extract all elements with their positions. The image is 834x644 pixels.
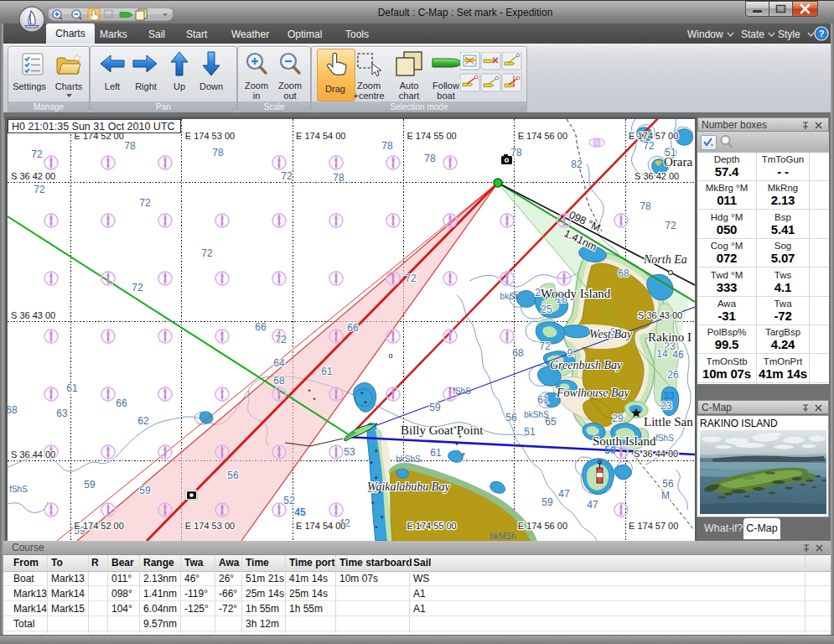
svg-text:33: 33 [663,390,675,402]
svg-text:bkMSh: bkMSh [490,532,515,541]
svg-text:o: o [388,351,392,360]
svg-text:E 174 55 00: E 174 55 00 [407,521,456,531]
svg-text:*: * [375,524,378,532]
svg-text:59: 59 [84,479,96,491]
svg-text:68: 68 [273,375,285,387]
svg-text:E 174 57 00: E 174 57 00 [629,131,678,141]
svg-text:H0 21:01:35 Sun 31 Oct 2010 UT: H0 21:01:35 Sun 31 Oct 2010 UTC [12,121,175,132]
svg-text:bkShS: bkShS [396,454,421,464]
svg-text:+: + [380,513,384,522]
svg-text:E 174 53 00: E 174 53 00 [185,131,235,141]
svg-text:68: 68 [512,347,524,359]
svg-text:66: 66 [255,321,267,333]
svg-text:56: 56 [662,478,674,490]
svg-text:53: 53 [344,446,355,458]
svg-text:9: 9 [567,347,573,359]
svg-text:bkShS: bkShS [524,410,549,419]
svg-text:45: 45 [294,506,306,518]
svg-text:fShS: fShS [453,387,471,396]
svg-text:52: 52 [283,495,295,506]
svg-text:E 174 54 00: E 174 54 00 [296,131,345,141]
svg-text:23: 23 [660,400,672,412]
svg-text:26: 26 [667,369,679,381]
svg-text:+: + [461,450,465,459]
svg-text:59: 59 [541,496,553,508]
svg-text:56: 56 [505,412,517,423]
svg-text:E 174 52 00: E 174 52 00 [75,521,124,531]
svg-text:S 36 44 00: S 36 44 00 [634,449,678,459]
svg-text:72: 72 [275,334,287,345]
svg-text:E 174 55 00: E 174 55 00 [407,131,456,141]
svg-text:47: 47 [587,499,598,511]
svg-text:62: 62 [137,415,149,427]
svg-text:fShS: fShS [9,485,28,494]
svg-text:59: 59 [139,485,151,496]
svg-text:*: * [364,399,367,408]
svg-text:South Island: South Island [593,434,656,448]
svg-text:Little San: Little San [644,415,693,428]
svg-text:+: + [458,433,462,441]
svg-text:72: 72 [139,197,151,209]
svg-text:*: * [453,424,457,433]
svg-text:bkSh: bkSh [500,292,520,301]
svg-text:*: * [378,489,381,497]
svg-text:E 174 57 00: E 174 57 00 [629,521,678,531]
svg-text:61: 61 [321,366,333,377]
svg-text:Greenbush Bay: Greenbush Bay [550,359,623,371]
svg-text:S 36 43 00: S 36 43 00 [638,310,682,320]
svg-text:E 174 54 00: E 174 54 00 [296,521,345,531]
svg-text:E 174 56 00: E 174 56 00 [518,521,567,531]
svg-text:M: M [661,490,670,501]
svg-text:78: 78 [124,140,136,152]
svg-text:Orara: Orara [664,155,692,169]
svg-text:Rakino I: Rakino I [648,330,692,344]
svg-text:78: 78 [640,200,651,212]
svg-text:72: 72 [405,273,417,284]
svg-text:61: 61 [66,382,78,394]
svg-text:47: 47 [558,488,570,500]
svg-text:E 174 53 00: E 174 53 00 [185,521,235,531]
svg-text:51: 51 [524,426,536,438]
svg-text:68: 68 [8,404,18,416]
svg-text:66: 66 [347,322,359,334]
svg-text:78: 78 [381,140,393,152]
svg-text:72: 72 [34,184,45,195]
svg-text:+: + [360,389,364,397]
svg-text:S 36 42 00: S 36 42 00 [11,171,55,181]
svg-text:+: + [374,474,378,482]
svg-text:*: * [308,387,311,396]
svg-text:72: 72 [643,140,655,152]
svg-text:56: 56 [227,470,239,481]
svg-text:14: 14 [656,348,668,360]
svg-text:Woody Island: Woody Island [541,287,611,300]
svg-text:Billy Goat Point: Billy Goat Point [401,423,484,437]
svg-text:46: 46 [672,349,684,361]
svg-text:+: + [374,447,378,455]
svg-text:72: 72 [281,170,293,182]
svg-text:82: 82 [571,158,583,170]
svg-text:72: 72 [31,148,43,160]
svg-text:72: 72 [132,282,143,293]
svg-text:?: ? [819,29,825,39]
svg-text:Fowlhouse Bay: Fowlhouse Bay [556,387,629,399]
svg-text:59: 59 [429,402,441,413]
svg-text:◦: ◦ [448,384,451,392]
svg-text:63: 63 [56,408,68,419]
svg-text:64: 64 [273,357,285,369]
svg-text:North Ea: North Ea [643,253,687,266]
svg-text:25: 25 [541,304,552,315]
svg-text:29: 29 [612,413,624,424]
svg-text:fShS: fShS [655,434,674,443]
svg-text:*: * [455,441,458,449]
svg-text:78: 78 [333,172,344,184]
svg-text:78: 78 [212,147,224,158]
svg-text:S 36 43 00: S 36 43 00 [11,310,55,320]
svg-text:78: 78 [510,147,522,158]
svg-text:66: 66 [116,397,127,409]
svg-text:61: 61 [430,447,442,459]
svg-text:*: * [313,396,316,404]
svg-text:*: * [370,460,373,468]
svg-text:61: 61 [537,394,549,406]
svg-text:E 174 56 00: E 174 56 00 [518,131,567,141]
svg-text:West Bay: West Bay [589,328,633,340]
